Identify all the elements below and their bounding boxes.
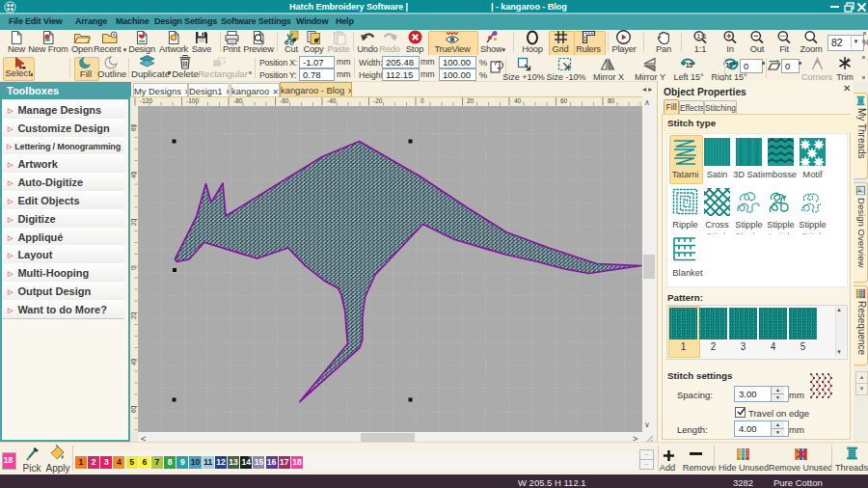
svg-text:40: 40	[130, 358, 137, 366]
svg-text:-80: -80	[233, 97, 243, 104]
svg-text:0: 0	[130, 266, 137, 270]
svg-text:20: 20	[130, 218, 137, 226]
svg-text:60: 60	[130, 123, 137, 131]
svg-text:-100: -100	[186, 97, 199, 104]
svg-text:20: 20	[467, 97, 475, 104]
svg-text:20: 20	[130, 312, 137, 319]
svg-text:60: 60	[130, 405, 137, 413]
svg-text:40: 40	[130, 171, 137, 178]
svg-text:-120: -120	[140, 97, 152, 104]
svg-text:1:1: 1:1	[697, 33, 707, 40]
svg-text:0: 0	[420, 97, 424, 104]
svg-text:-40: -40	[327, 97, 337, 104]
svg-text:80: 80	[608, 97, 615, 104]
svg-text:40: 40	[514, 97, 522, 104]
svg-text:15°: 15°	[686, 62, 695, 68]
svg-text:-20: -20	[373, 97, 383, 104]
svg-text:60: 60	[560, 97, 568, 104]
svg-text:-60: -60	[280, 97, 289, 104]
